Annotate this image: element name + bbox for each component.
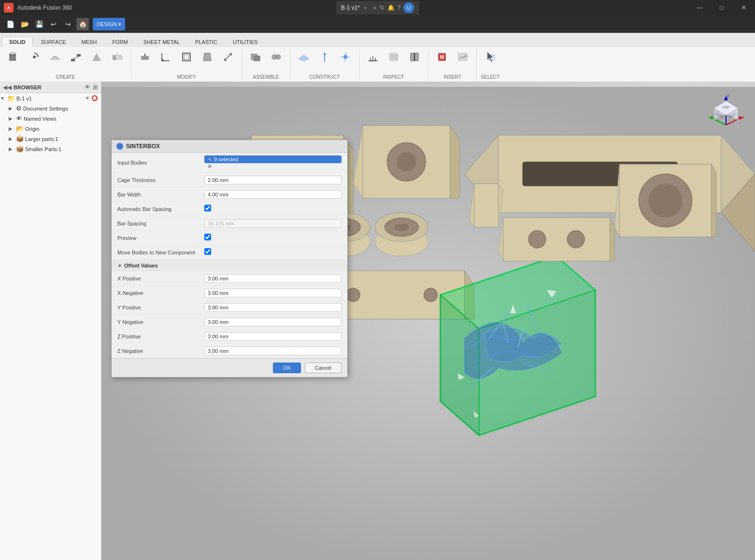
construct-point-btn[interactable] [336,49,355,65]
ok-btn[interactable]: OK [273,363,301,373]
construct-plane-btn[interactable] [294,49,313,65]
tab-notification-btn[interactable]: 🔔 [387,4,395,11]
bar-width-value [204,190,342,199]
dialog-row-y-positive: Y Positive [112,300,347,315]
auto-bar-spacing-checkbox[interactable] [204,205,211,211]
browser-tree: ▼ 📁 B-1 v1 ☀ ⭕ ▶ ⚙ Document Settings ▶ 👁… [0,93,101,154]
move-bodies-label: Move Bodies to New Component [117,250,204,255]
dialog-row-preview: Preview [112,231,347,245]
create-extrude-btn[interactable] [4,49,23,65]
browser-root-item[interactable]: ▼ 📁 B-1 v1 ☀ ⭕ [0,93,101,103]
tab-form[interactable]: FORM [105,37,135,47]
create-label: CREATE [56,73,75,80]
construct-axis-btn[interactable] [315,49,334,65]
user-avatar[interactable]: U [403,2,414,13]
smaller-parts-arrow: ▶ [9,146,14,152]
preview-checkbox[interactable] [204,234,211,240]
construct-group: CONSTRUCT [294,49,359,80]
tab-mesh[interactable]: MESH [74,37,104,47]
construct-label: CONSTRUCT [310,73,340,80]
inspect-zebra-btn[interactable] [384,49,403,65]
create-sweep-btn[interactable] [45,49,65,65]
named-views-icon: 👁 [16,115,22,122]
browser-eye-icon[interactable]: 👁 [85,84,91,91]
larger-parts-icon: 📦 [16,135,24,142]
y-negative-label: Y Negative [117,319,204,325]
tab-solid[interactable]: SOLID [2,37,33,47]
inspect-measure-btn[interactable] [363,49,383,65]
browser-expand-icon[interactable]: ⊞ [93,84,98,91]
x-positive-value [204,274,342,283]
cancel-btn[interactable]: Cancel [305,363,342,373]
tab-help-btn[interactable]: ? [398,4,401,11]
create-mirror-btn[interactable] [108,49,127,65]
minimize-btn[interactable]: — [688,0,711,15]
cage-thickness-input[interactable] [204,176,342,184]
modify-fillet-btn[interactable] [156,49,175,65]
tab-utilities[interactable]: UTILITIES [226,37,265,47]
undo-btn[interactable]: ↩ [47,18,60,30]
design-label: DESIGN ▾ [97,21,121,28]
z-negative-input[interactable] [204,347,342,355]
browser-item-smaller-parts[interactable]: ▶ 📦 Smaller Parts:1 [0,144,101,154]
browser-back-btn[interactable]: ◀◀ [3,84,12,91]
plane-icon [297,50,311,64]
open-btn[interactable]: 📂 [18,18,31,30]
modify-draft-btn[interactable] [198,49,217,65]
create-loft-btn[interactable] [66,49,85,65]
dialog-row-auto-bar-spacing: Automatic Bar Spacing [112,202,347,216]
assemble-new-btn[interactable] [246,49,265,65]
modify-press-btn[interactable] [135,49,155,65]
tab-close-btn[interactable]: × [364,5,367,11]
modify-shell-btn[interactable] [177,49,196,65]
insert-mcmaster-btn[interactable]: M [432,49,452,65]
home-btn[interactable]: 🏠 [76,18,89,30]
tab-surface[interactable]: SURFACE [34,37,73,47]
redo-btn[interactable]: ↪ [62,18,74,30]
close-btn[interactable]: ✕ [733,0,755,15]
y-positive-label: Y Positive [117,305,204,310]
dialog-row-y-negative: Y Negative [112,315,347,329]
z-positive-label: Z Positive [117,334,204,339]
z-positive-input[interactable] [204,332,342,341]
create-tools [4,49,127,65]
x-positive-input[interactable] [204,274,342,283]
insert-canvas-btn[interactable] [453,49,472,65]
modify-scale-btn[interactable] [218,49,238,65]
bar-width-input[interactable] [204,190,342,199]
clear-selection-btn[interactable]: ✕ [207,163,212,170]
assemble-joint-btn[interactable] [267,49,286,65]
inspect-section-btn[interactable] [405,49,424,65]
tab-refresh-btn[interactable]: ↻ [380,4,385,11]
selected-badge[interactable]: ↖ 9 selected [204,155,342,163]
orientation-cube[interactable]: TOP RIGHT FRONT Z X Y [707,91,745,130]
browser-item-origin[interactable]: ▶ 📂 Origin [0,124,101,134]
create-revolve-btn[interactable] [25,49,44,65]
maximize-btn[interactable]: □ [711,0,733,15]
preview-value [204,234,342,242]
browser-item-doc-settings[interactable]: ▶ ⚙ Document Settings [0,103,101,113]
design-dropdown[interactable]: DESIGN ▾ [93,18,125,30]
y-negative-input[interactable] [204,318,342,326]
tab-title: B-1 v1* [341,4,360,11]
move-bodies-checkbox[interactable] [204,248,211,255]
x-negative-input[interactable] [204,289,342,297]
viewport[interactable]: TOP RIGHT FRONT Z X Y SINTERBOX Input Bo… [101,82,755,560]
browser-item-named-views[interactable]: ▶ 👁 Named Views [0,113,101,124]
dialog-row-cage-thickness: Cage Thickness [112,173,347,187]
tab-sheet-metal[interactable]: SHEET METAL [136,37,187,47]
input-bodies-label: Input Bodies [117,160,204,166]
browser-item-larger-parts[interactable]: ▶ 📦 Larger parts:1 [0,134,101,144]
svg-text:Z: Z [727,94,729,98]
tab-add-btn[interactable]: + [372,4,376,12]
dialog-row-bar-spacing: Bar Spacing [112,216,347,231]
offset-values-section[interactable]: ▼ Offset Values [112,260,347,271]
svg-rect-9 [141,56,149,60]
tab-plastic[interactable]: PLASTIC [188,37,225,47]
create-rib-btn[interactable] [87,49,106,65]
save-btn[interactable]: 💾 [33,18,45,30]
y-positive-input[interactable] [204,303,342,312]
new-btn[interactable]: 📄 [4,18,16,30]
select-btn[interactable] [481,49,500,65]
dialog-row-x-positive: X Positive [112,271,347,286]
